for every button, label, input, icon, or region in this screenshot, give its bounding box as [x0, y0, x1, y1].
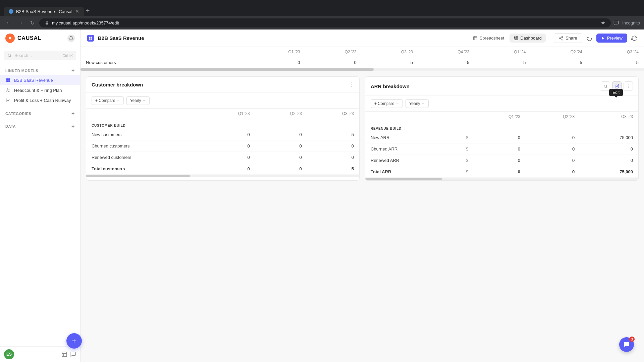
customer-breakdown-menu-dots[interactable]: ⋮	[348, 81, 354, 88]
churned-customers-label: Churned customers	[86, 140, 203, 152]
svg-rect-17	[517, 36, 518, 38]
svg-marker-23	[602, 37, 604, 40]
arr-search-icon-button[interactable]	[601, 81, 610, 91]
col-q2-23-top: Q2 '23	[306, 47, 362, 57]
total-customers-v3: 5	[307, 163, 359, 175]
refresh-icon[interactable]	[631, 35, 637, 41]
churned-arr-v2: 0	[526, 143, 580, 155]
chat-badge-button[interactable]: 3	[619, 337, 634, 352]
arr-edit-icon-button[interactable]	[612, 81, 622, 91]
sidebar-brand: CAUSAL	[17, 35, 41, 41]
sidebar-logo	[5, 34, 15, 43]
add-data-button[interactable]: +	[71, 123, 75, 129]
reload-button[interactable]: ↻	[28, 18, 37, 27]
table-icon[interactable]	[61, 351, 67, 357]
arr-table-scrollbar[interactable]	[365, 178, 638, 180]
top-table-scrollbar[interactable]	[80, 68, 644, 71]
active-tab[interactable]: B2B SaaS Revenue - Causal ✕	[4, 7, 84, 16]
chart-icon	[6, 98, 10, 103]
sidebar-item-b2b[interactable]: B2B SaaS Revenue	[0, 75, 80, 85]
svg-point-21	[559, 38, 561, 39]
svg-rect-19	[517, 39, 518, 40]
tab-dashboard[interactable]: Dashboard	[509, 34, 546, 43]
svg-rect-16	[514, 36, 516, 38]
total-arr-v1: 0	[471, 166, 526, 178]
customer-table-scrollbar[interactable]	[86, 175, 359, 177]
share-button[interactable]: Share	[554, 33, 582, 43]
topbar: B2B SaaS Revenue Spreadsheet Dashboard S…	[80, 29, 644, 47]
logo-icon	[8, 36, 12, 41]
renewed-arr-v1: 0	[471, 155, 526, 166]
new-customers-q1: 0	[249, 57, 305, 68]
svg-point-20	[562, 36, 563, 38]
arr-menu-icon-button[interactable]: ⋮	[624, 81, 633, 91]
data-label: Data	[5, 124, 16, 128]
total-arr-label: Total ARR	[365, 166, 461, 178]
svg-rect-11	[89, 37, 91, 38]
svg-rect-18	[514, 39, 516, 40]
chat-icon[interactable]	[70, 351, 76, 357]
new-arr-currency: $	[461, 132, 471, 143]
total-arr-v3: 75,000	[580, 166, 638, 178]
search-shortcut: Ctrl+K	[62, 54, 73, 58]
nav-right: Incognito	[613, 20, 640, 25]
sidebar-item-b2b-label: B2B SaaS Revenue	[14, 78, 53, 83]
sidebar: CAUSAL Search... Ctrl+K Linked models + …	[0, 29, 80, 362]
customer-build-section: CUSTOMER BUILD	[86, 119, 359, 129]
arr-compare-button[interactable]: + Compare	[371, 99, 403, 108]
new-arr-v1: 0	[471, 132, 526, 143]
cast-icon	[613, 20, 619, 25]
add-category-button[interactable]: +	[71, 111, 75, 117]
new-tab-button[interactable]: +	[85, 6, 91, 16]
customer-compare-button[interactable]: + Compare	[92, 96, 124, 105]
search-box[interactable]: Search... Ctrl+K	[4, 51, 76, 60]
model-icon-headcount	[5, 87, 11, 93]
dashboard-icon	[514, 36, 518, 41]
col-q1-24-top: Q1 '24	[475, 47, 531, 57]
svg-rect-10	[62, 352, 67, 357]
add-linked-model-button[interactable]: +	[71, 68, 75, 74]
sidebar-notification[interactable]	[67, 35, 75, 42]
preview-label: Preview	[607, 36, 623, 41]
user-avatar[interactable]: ES	[4, 349, 14, 359]
url-text: my.causal.app/models/235774/edit	[52, 20, 598, 25]
people-icon	[6, 88, 10, 93]
renewed-arr-v3: 0	[580, 155, 638, 166]
renewed-customers-v3: 0	[307, 152, 359, 163]
col-q1-23-top: Q1 '23	[249, 47, 305, 57]
svg-rect-7	[8, 80, 10, 82]
data-section-header: Data +	[0, 121, 80, 131]
history-icon[interactable]	[586, 35, 592, 41]
categories-section: Categories +	[0, 107, 80, 119]
lock-icon	[45, 20, 49, 25]
new-customers-v2: 0	[255, 129, 307, 140]
tab-spreadsheet[interactable]: Spreadsheet	[469, 34, 508, 43]
model-type-icon	[89, 36, 93, 40]
new-customers-q3-24: 5	[588, 57, 644, 68]
customer-yearly-button[interactable]: Yearly	[126, 96, 150, 105]
new-arr-v3: 75,000	[580, 132, 638, 143]
sidebar-item-headcount[interactable]: Headcount & Hiring Plan	[0, 85, 80, 95]
topbar-title: B2B SaaS Revenue	[98, 35, 144, 41]
forward-button[interactable]: →	[16, 18, 25, 27]
table-row: New customers 0 0 5	[86, 129, 359, 140]
tab-close-button[interactable]: ✕	[75, 9, 79, 14]
address-bar[interactable]: my.causal.app/models/235774/edit	[39, 18, 611, 27]
customer-breakdown-actions: ⋮	[348, 81, 354, 88]
topbar-nav: Spreadsheet Dashboard	[469, 34, 546, 43]
table-row: Total customers 0 0 5	[86, 163, 359, 175]
back-button[interactable]: ←	[4, 18, 13, 27]
churned-arr-label: Churned ARR	[365, 143, 461, 155]
churned-customers-v1: 0	[203, 140, 255, 152]
categories-header: Categories +	[0, 108, 80, 118]
sidebar-item-pnl[interactable]: Profit & Loss + Cash Runway	[0, 95, 80, 105]
arr-yearly-button[interactable]: Yearly	[406, 99, 429, 108]
svg-rect-6	[6, 80, 8, 82]
preview-button[interactable]: Preview	[596, 34, 627, 43]
total-customers-v1: 0	[203, 163, 255, 175]
chat-notification-badge: 3	[629, 337, 635, 342]
svg-rect-14	[91, 38, 92, 40]
total-arr-v2: 0	[526, 166, 580, 178]
svg-point-2	[9, 37, 11, 40]
add-fab-button[interactable]: +	[66, 333, 82, 349]
